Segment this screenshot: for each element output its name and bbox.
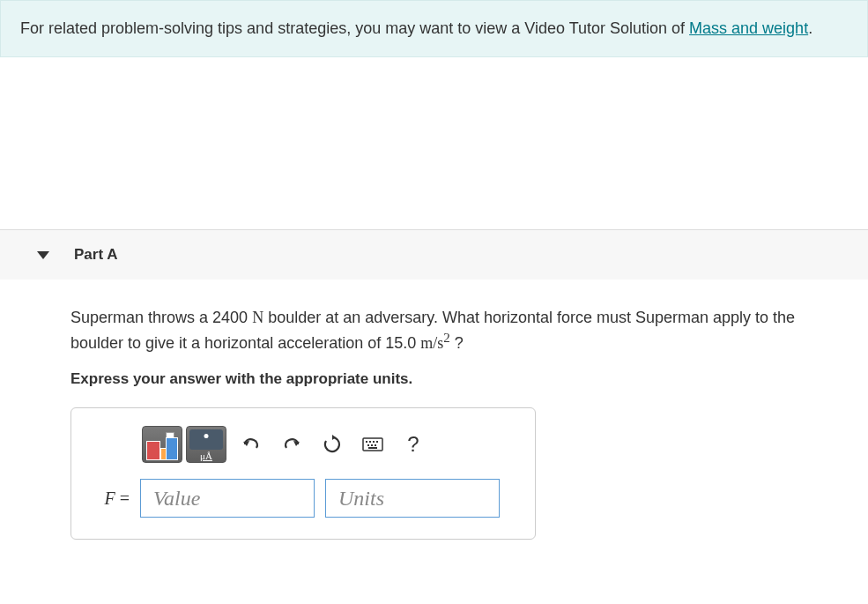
tips-banner: For related problem-solving tips and str… bbox=[0, 0, 868, 57]
svg-rect-8 bbox=[368, 447, 377, 449]
svg-rect-3 bbox=[373, 441, 375, 443]
q-exp: 2 bbox=[443, 331, 450, 345]
reset-icon bbox=[323, 435, 342, 454]
q-unit-1: N bbox=[252, 309, 263, 326]
units-input[interactable] bbox=[325, 479, 500, 518]
spacer bbox=[0, 57, 868, 229]
q-seg-3: ? bbox=[450, 334, 464, 352]
part-body: Superman throws a 2400 N boulder at an a… bbox=[0, 280, 868, 557]
redo-icon bbox=[282, 436, 301, 453]
help-icon: ? bbox=[407, 432, 419, 457]
tool-group: μÅ bbox=[142, 426, 226, 463]
undo-button[interactable] bbox=[235, 429, 267, 460]
svg-rect-1 bbox=[366, 441, 367, 443]
undo-icon bbox=[241, 436, 261, 453]
tips-text-suffix: . bbox=[808, 19, 812, 37]
variable-label: F = bbox=[91, 488, 130, 509]
answer-instruction: Express your answer with the appropriate… bbox=[70, 370, 842, 388]
svg-rect-7 bbox=[375, 444, 376, 446]
answer-box: μÅ bbox=[70, 407, 536, 540]
templates-button[interactable] bbox=[142, 426, 182, 463]
video-tutor-link[interactable]: Mass and weight bbox=[689, 19, 808, 37]
question-text: Superman throws a 2400 N boulder at an a… bbox=[70, 306, 842, 354]
svg-rect-5 bbox=[367, 444, 369, 446]
q-seg-1: Superman throws a 2400 bbox=[70, 309, 252, 326]
variable-symbol: F bbox=[105, 488, 115, 508]
tips-text-prefix: For related problem-solving tips and str… bbox=[20, 19, 689, 37]
reset-button[interactable] bbox=[316, 429, 348, 460]
toolbar: μÅ bbox=[91, 426, 516, 463]
symbols-button[interactable]: μÅ bbox=[186, 426, 226, 463]
q-unit-2: m/s bbox=[420, 334, 443, 352]
part-label: Part A bbox=[74, 246, 117, 264]
redo-button[interactable] bbox=[276, 429, 308, 460]
help-button[interactable]: ? bbox=[397, 429, 429, 460]
keyboard-button[interactable] bbox=[357, 429, 389, 460]
svg-rect-4 bbox=[376, 441, 378, 443]
caret-down-icon bbox=[37, 251, 49, 259]
part-header[interactable]: Part A bbox=[0, 229, 868, 280]
value-input[interactable] bbox=[140, 479, 315, 518]
keyboard-icon bbox=[362, 437, 383, 451]
equals-sign: = bbox=[115, 488, 130, 508]
symbols-label: μÅ bbox=[187, 451, 226, 461]
svg-rect-2 bbox=[369, 441, 371, 443]
svg-rect-6 bbox=[371, 444, 373, 446]
input-row: F = bbox=[91, 479, 516, 518]
